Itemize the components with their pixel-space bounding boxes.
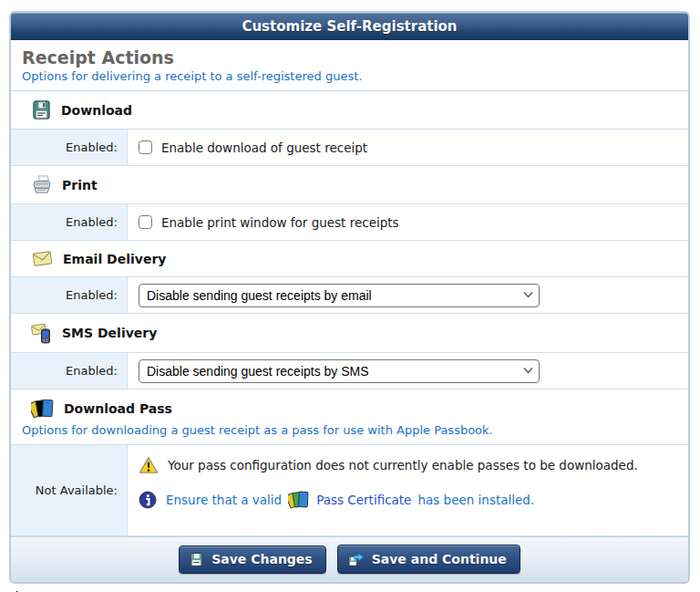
email-item-title: Email Delivery: [63, 252, 166, 266]
warning-icon: [139, 456, 159, 474]
enable-print-checkbox[interactable]: [139, 215, 152, 229]
pass-not-available-control: Your pass configuration does not current…: [128, 445, 688, 535]
pass-info-line: Ensure that a valid P: [139, 490, 534, 510]
sms-enabled-label: Enabled:: [11, 353, 128, 389]
footer-bar: Save Changes Save and Continue: [11, 536, 688, 582]
receipt-actions-section-header: Receipt Actions Options for delivering a…: [11, 40, 688, 91]
panel-titlebar: Customize Self-Registration: [11, 13, 688, 40]
pass-certificate-icon: [288, 490, 310, 510]
envelope-icon: [31, 249, 54, 268]
download-item-title: Download: [61, 103, 132, 118]
email-delivery-select-wrap: Disable sending guest receipts by email: [139, 284, 540, 307]
sms-item-title: SMS Delivery: [62, 326, 157, 340]
email-enabled-row: Enabled: Disable sending guest receipts …: [11, 277, 688, 314]
print-enabled-control: Enable print window for guest receipts: [128, 204, 688, 240]
download-enabled-row: Enabled: Enable download of guest receip…: [11, 130, 688, 166]
enable-print-checkbox-label[interactable]: Enable print window for guest receipts: [161, 215, 399, 230]
print-item-title: Print: [62, 178, 98, 192]
pass-item-header: Download Pass: [11, 389, 688, 421]
sms-enabled-row: Enabled: Disable sending guest receipts …: [11, 353, 688, 389]
customize-self-registration-panel: Customize Self-Registration Receipt Acti…: [9, 11, 690, 584]
printer-icon: [31, 174, 53, 195]
pass-not-available-row: Not Available: Your pass configuration d…: [11, 445, 688, 536]
enable-download-checkbox-label[interactable]: Enable download of guest receipt: [161, 140, 367, 155]
pass-warning-line: Your pass configuration does not current…: [139, 456, 638, 474]
pass-item-subtitle: Options for downloading a guest receipt …: [11, 421, 688, 445]
pass-item-title: Download Pass: [64, 401, 172, 416]
download-enabled-label: Enabled:: [11, 130, 128, 165]
email-item-header: Email Delivery: [11, 241, 688, 277]
sms-item-header: SMS Delivery: [11, 314, 688, 353]
pass-not-available-label: Not Available:: [11, 445, 128, 535]
page: Customize Self-Registration Receipt Acti…: [0, 0, 700, 592]
floppy-disk-icon: [31, 99, 52, 120]
save-changes-label: Save Changes: [211, 552, 313, 566]
email-enabled-label: Enabled:: [11, 277, 128, 313]
download-item-header: Download: [11, 91, 688, 130]
panel-title: Customize Self-Registration: [242, 18, 457, 35]
sms-delivery-select-wrap: Disable sending guest receipts by SMS: [139, 359, 540, 383]
pass-info-text: Ensure that a valid P: [166, 490, 534, 510]
save-continue-icon: [347, 551, 365, 567]
info-icon: [139, 491, 157, 509]
email-enabled-control: Disable sending guest receipts by email: [128, 277, 688, 313]
email-delivery-select[interactable]: Disable sending guest receipts by email: [139, 284, 540, 307]
passbook-icon: [31, 398, 55, 420]
section-title: Receipt Actions: [22, 47, 677, 68]
print-enabled-label: Enabled:: [11, 204, 128, 240]
save-and-continue-label: Save and Continue: [372, 552, 507, 566]
section-subtitle: Options for delivering a receipt to a se…: [22, 69, 677, 83]
save-changes-button[interactable]: Save Changes: [179, 545, 326, 574]
sms-phone-envelope-icon: [31, 322, 53, 344]
pass-certificate-link[interactable]: Pass Certificate: [316, 493, 411, 507]
print-enabled-row: Enabled: Enable print window for guest r…: [11, 204, 688, 241]
pass-info-suffix: has been installed.: [417, 493, 534, 507]
print-item-header: Print: [11, 166, 688, 204]
download-enabled-control: Enable download of guest receipt: [128, 130, 688, 165]
sms-delivery-select[interactable]: Disable sending guest receipts by SMS: [139, 359, 540, 383]
pass-warning-text: Your pass configuration does not current…: [168, 458, 638, 473]
sms-enabled-control: Disable sending guest receipts by SMS: [128, 353, 688, 389]
enable-download-checkbox[interactable]: [139, 140, 152, 154]
save-and-continue-button[interactable]: Save and Continue: [337, 545, 520, 574]
save-floppy-icon: [189, 552, 204, 567]
pass-info-prefix: Ensure that a valid: [166, 493, 282, 507]
